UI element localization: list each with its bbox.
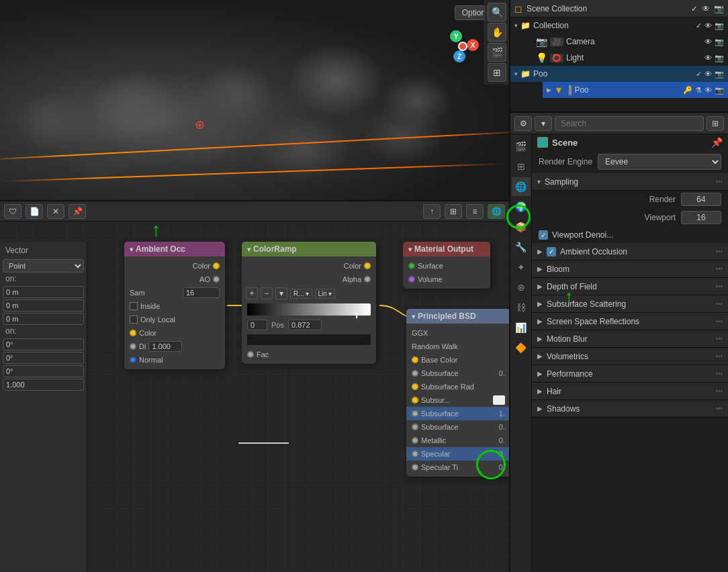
cr-fac-socket[interactable] (247, 351, 254, 358)
physics-props-icon[interactable]: ⊛ (512, 278, 531, 297)
color-out-socket[interactable] (213, 263, 220, 269)
cr-interp-dropdown[interactable]: R...▾ (290, 289, 312, 299)
color-in-socket[interactable] (130, 330, 136, 336)
poo-mat-icons: 🔑 ⚗ 👁 📷 (683, 86, 724, 95)
material-props-icon[interactable]: 🔶 (512, 338, 531, 357)
props-filter-icon[interactable]: ⊞ (707, 116, 724, 131)
ambient_occlusion-checkbox[interactable]: ✓ (547, 247, 556, 256)
props-tool-expand[interactable]: ▾ (535, 116, 552, 131)
viewport[interactable]: Options ▾ Y X Z 🔍 ✋ 🎬 ⊞ (0, 0, 509, 201)
props-tool-sliders[interactable]: ⚙ (514, 116, 532, 131)
grid-tool[interactable]: ⊞ (488, 63, 506, 82)
inside-checkbox[interactable] (130, 302, 138, 310)
p-bc-socket[interactable] (412, 356, 418, 363)
output-props-icon[interactable]: ⊞ (512, 157, 531, 176)
scene-props-icon[interactable]: 🌐 (512, 177, 531, 196)
document-icon[interactable]: 📄 (26, 204, 43, 219)
section-bloom[interactable]: ▶ Bloom ••• (532, 260, 728, 278)
section-hair[interactable]: ▶ Hair ••• (532, 383, 728, 400)
cr-pos-input[interactable] (288, 320, 322, 330)
viewport-denoise-checkbox[interactable]: ✓ (539, 230, 548, 240)
distance-socket[interactable] (130, 343, 136, 350)
particles-props-icon[interactable]: ✦ (512, 258, 531, 277)
grab-tool[interactable]: ✋ (488, 23, 506, 42)
camera-fly-tool[interactable]: 🎬 (488, 43, 506, 62)
gizmo-x-axis[interactable]: X (467, 39, 479, 51)
constraints-props-icon[interactable]: ⛓ (512, 298, 531, 317)
section-performance[interactable]: ▶ Performance ••• (532, 365, 728, 383)
p-ss2-socket[interactable] (412, 410, 418, 417)
p-met-socket[interactable] (412, 437, 418, 444)
up-icon[interactable]: ↑ (423, 204, 441, 219)
cr-add-button[interactable]: + (246, 287, 258, 299)
p-ss3-socket[interactable] (412, 424, 418, 430)
modifier-props-icon[interactable]: 🔧 (512, 238, 531, 256)
section-motion_blur[interactable]: ▶ Motion Blur ••• (532, 330, 728, 348)
ry-input[interactable] (3, 352, 84, 364)
gizmo-z-axis[interactable]: Z (453, 50, 465, 62)
cr-stop-index[interactable] (247, 320, 267, 330)
cr-mode-dropdown[interactable]: Lin▾ (315, 289, 335, 299)
section-ambient_occlusion[interactable]: ▶ ✓ Ambient Occlusion ••• (532, 243, 728, 260)
section-screen_space_reflections[interactable]: ▶ Screen Space Reflections ••• (532, 313, 728, 330)
outliner-collection[interactable]: ▾ 📁 Collection ✓ 👁 📷 (510, 17, 728, 34)
data-props-icon[interactable]: 📊 (512, 318, 531, 337)
section-volumetrics[interactable]: ▶ Volumetrics ••• (532, 348, 728, 365)
p-spec-socket[interactable] (412, 450, 418, 457)
render-props-icon[interactable]: 🎬 (512, 137, 531, 156)
props-search-input[interactable] (555, 116, 704, 131)
point-select[interactable]: Point (3, 259, 84, 273)
render-value[interactable]: 64 (681, 193, 721, 206)
node-editor-overlay[interactable]: ⊞ (445, 204, 462, 219)
outliner-light[interactable]: 💡 ⭕ Light 👁 📷 (532, 50, 728, 66)
slot-icon[interactable]: ≡ (466, 204, 484, 219)
x-input[interactable] (3, 286, 84, 298)
pin-icon[interactable]: 📌 (69, 204, 86, 219)
outliner-poo-object[interactable]: ▾ 📁 Poo ✓ 👁 📷 (510, 66, 728, 82)
p-ssr-socket[interactable] (412, 383, 418, 390)
world-props-icon[interactable]: 🌍 (512, 197, 531, 216)
distance-input[interactable] (148, 341, 182, 352)
object-props-icon[interactable]: 📦 (512, 218, 531, 236)
rx-input[interactable] (3, 338, 84, 350)
gizmo-y-axis[interactable]: Y (450, 30, 462, 42)
normal-socket[interactable] (130, 356, 136, 363)
render-engine-select[interactable]: Eevee (598, 154, 721, 170)
node-canvas[interactable]: ↓ Vector Point on: on: (0, 222, 509, 572)
scale-input[interactable] (3, 379, 84, 391)
rz-input[interactable] (3, 365, 84, 377)
cr-gradient[interactable] (247, 303, 371, 316)
ao-out-socket[interactable] (213, 276, 220, 283)
cr-arrow-button[interactable]: ▾ (275, 287, 287, 299)
outliner-poo-material[interactable]: ▶ ▼ ▐ Poo 🔑 ⚗ 👁 📷 (543, 82, 728, 98)
material-output-node[interactable]: ▾ Material Output Surface Volume (403, 242, 490, 289)
zoom-tool[interactable]: 🔍 (488, 3, 506, 21)
world-icon[interactable]: 🌐 (488, 204, 505, 219)
render-samples-row: Render 64 (532, 191, 728, 209)
viewport-value[interactable]: 16 (681, 211, 721, 224)
p-ss-socket[interactable] (412, 370, 418, 377)
section-subsurface_scattering[interactable]: ▶ Subsurface Scattering ••• (532, 295, 728, 313)
samples-input[interactable] (183, 287, 220, 298)
color-ramp-node[interactable]: ▾ ColorRamp Color Alpha + − ▾ (242, 242, 376, 364)
p-specti-socket[interactable] (412, 464, 418, 471)
p-subsur-socket[interactable] (412, 397, 418, 403)
cr-alpha-socket[interactable] (364, 276, 371, 283)
bloom-title: Bloom (547, 265, 711, 274)
z-input[interactable] (3, 313, 84, 325)
cr-remove-button[interactable]: − (261, 287, 273, 299)
pin-button[interactable]: 📌 (711, 137, 723, 148)
close-icon[interactable]: ✕ (47, 204, 64, 219)
ambient-occlusion-node[interactable]: ▾ Ambient Occ Color AO Sam (124, 242, 225, 369)
cr-color-socket[interactable] (364, 263, 371, 269)
outliner-camera[interactable]: 📷 🎥 Camera 👁 📷 (532, 34, 728, 50)
sampling-section-header[interactable]: ▾ Sampling ••• (532, 173, 728, 191)
only-local-checkbox[interactable] (130, 316, 138, 324)
mat-volume-socket[interactable] (408, 276, 415, 283)
mat-surface-socket[interactable] (408, 263, 415, 269)
y-input[interactable] (3, 299, 84, 312)
shield-icon[interactable]: 🛡 (4, 204, 21, 219)
navigation-gizmo[interactable]: Y X Z (435, 27, 482, 74)
section-shadows[interactable]: ▶ Shadows ••• (532, 400, 728, 418)
section-depth_of_field[interactable]: ▶ Depth of Field ••• (532, 278, 728, 295)
